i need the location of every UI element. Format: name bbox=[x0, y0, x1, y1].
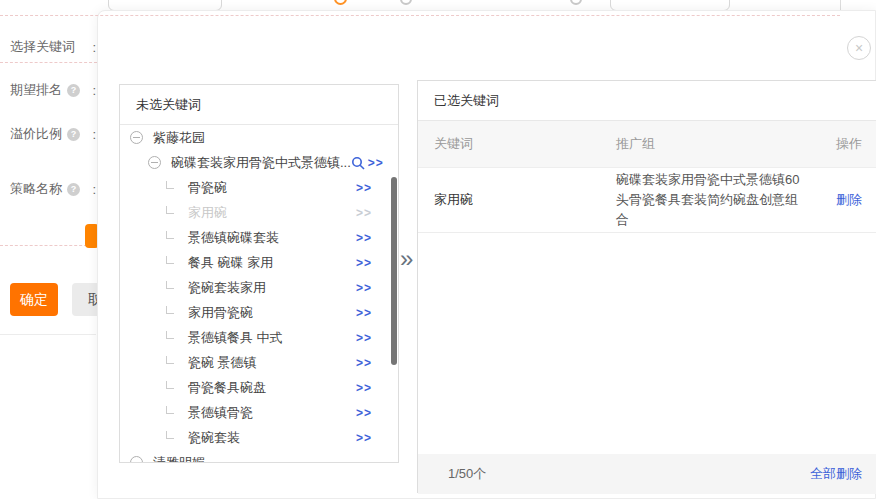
table-header: 关键词 推广组 操作 bbox=[418, 121, 876, 168]
close-icon[interactable]: × bbox=[847, 36, 871, 60]
dashed-separator bbox=[0, 245, 97, 246]
table-row: 家用碗 碗碟套装家用骨瓷中式景德镇60头骨瓷餐具套装简约碗盘创意组合 删除 bbox=[418, 168, 876, 233]
collapse-icon[interactable] bbox=[130, 131, 143, 144]
branch-icon bbox=[166, 206, 174, 214]
label-text: 溢价比例 bbox=[10, 125, 62, 143]
add-keyword-button[interactable]: >> bbox=[356, 231, 372, 245]
branch-icon bbox=[166, 306, 174, 314]
cutoff-orange-icon bbox=[334, 0, 347, 5]
collapse-icon[interactable] bbox=[130, 456, 143, 463]
branch-icon bbox=[166, 256, 174, 264]
cutoff-help-icon bbox=[570, 0, 582, 5]
keyword-count: 1/50个 bbox=[448, 465, 486, 483]
collapse-icon[interactable] bbox=[148, 156, 161, 169]
branch-icon bbox=[166, 406, 174, 414]
keyword-item: 骨瓷餐具碗盘 >> bbox=[120, 375, 398, 400]
keyword-item: 家用骨瓷碗 >> bbox=[120, 300, 398, 325]
add-keyword-button[interactable]: >> bbox=[356, 281, 372, 295]
branch-icon bbox=[166, 331, 174, 339]
delete-all-link[interactable]: 全部删除 bbox=[810, 465, 862, 483]
add-keyword-button[interactable]: >> bbox=[356, 381, 372, 395]
form-label-keywords: 选择关键词 : bbox=[10, 38, 96, 56]
tree-group-product[interactable]: 碗碟套装家用骨瓷中式景德镇... >> bbox=[120, 150, 398, 175]
help-icon[interactable]: ? bbox=[67, 128, 80, 141]
label-colon: : bbox=[92, 83, 96, 98]
column-action: 操作 bbox=[820, 135, 876, 153]
section-divider bbox=[0, 334, 96, 335]
branch-icon bbox=[166, 431, 174, 439]
keyword-item: 餐具 碗碟 家用 >> bbox=[120, 250, 398, 275]
add-keyword-button[interactable]: >> bbox=[356, 406, 372, 420]
search-icon[interactable] bbox=[351, 156, 365, 170]
branch-icon bbox=[166, 231, 174, 239]
form-label-expected-rank: 期望排名 ? : bbox=[10, 81, 96, 99]
delete-link[interactable]: 删除 bbox=[836, 192, 862, 207]
screen: 选择关键词 : 期望排名 ? : 溢价比例 ? : 策略名称 ? : 取 确定 … bbox=[0, 0, 876, 499]
branch-icon bbox=[166, 356, 174, 364]
panel-title: 已选关键词 bbox=[418, 81, 876, 121]
branch-icon bbox=[166, 281, 174, 289]
add-keyword-button[interactable]: >> bbox=[356, 256, 372, 270]
keyword-item: 景德镇骨瓷 >> bbox=[120, 400, 398, 425]
keyword-item: 景德镇碗碟套装 >> bbox=[120, 225, 398, 250]
keyword-item: 景德镇餐具 中式 >> bbox=[120, 325, 398, 350]
selected-footer: 1/50个 全部删除 bbox=[418, 454, 876, 494]
cutoff-help-icon bbox=[400, 0, 412, 5]
label-colon: : bbox=[92, 127, 96, 142]
scrollbar-thumb[interactable] bbox=[391, 177, 397, 365]
tree-group-store[interactable]: 紫藤花园 bbox=[120, 125, 398, 150]
label-text: 策略名称 bbox=[10, 180, 62, 198]
dashed-separator-top bbox=[0, 15, 840, 16]
label-colon: : bbox=[92, 40, 96, 55]
label-text: 期望排名 bbox=[10, 81, 62, 99]
keyword-item: 瓷碗套装 >> bbox=[120, 425, 398, 450]
unselected-keywords-panel: 未选关键词 紫藤花园 碗碟套装家用骨瓷中式景德镇... >> 骨瓷碗 bbox=[119, 84, 399, 463]
branch-icon bbox=[166, 181, 174, 189]
keyword-item-disabled: 家用碗 >> bbox=[120, 200, 398, 225]
column-keyword: 关键词 bbox=[418, 135, 600, 153]
label-colon: : bbox=[92, 182, 96, 197]
form-label-premium-ratio: 溢价比例 ? : bbox=[10, 125, 96, 143]
help-icon[interactable]: ? bbox=[67, 183, 80, 196]
add-keyword-button: >> bbox=[356, 206, 372, 220]
keyword-item: 瓷碗套装家用 >> bbox=[120, 275, 398, 300]
keyword-item: 骨瓷碗 >> bbox=[120, 175, 398, 200]
add-keyword-button[interactable]: >> bbox=[356, 356, 372, 370]
form-label-strategy-name: 策略名称 ? : bbox=[10, 180, 96, 198]
branch-icon bbox=[166, 381, 174, 389]
keyword-select-modal: × 未选关键词 紫藤花园 碗碟套装家用骨瓷中式景德镇... >> bbox=[97, 10, 876, 499]
transfer-right-icon[interactable]: » bbox=[400, 247, 413, 271]
add-keyword-button[interactable]: >> bbox=[356, 431, 372, 445]
help-icon[interactable]: ? bbox=[67, 84, 80, 97]
add-all-button[interactable]: >> bbox=[368, 156, 384, 170]
column-group: 推广组 bbox=[600, 135, 820, 153]
dashed-separator bbox=[0, 62, 97, 63]
add-keyword-button[interactable]: >> bbox=[356, 331, 372, 345]
cell-group: 碗碟套装家用骨瓷中式景德镇60头骨瓷餐具套装简约碗盘创意组合 bbox=[600, 170, 820, 230]
keyword-tree: 紫藤花园 碗碟套装家用骨瓷中式景德镇... >> 骨瓷碗 >> bbox=[120, 125, 398, 463]
panel-title: 未选关键词 bbox=[120, 85, 398, 125]
cell-keyword: 家用碗 bbox=[418, 191, 600, 209]
selected-keywords-panel: 已选关键词 关键词 推广组 操作 家用碗 碗碟套装家用骨瓷中式景德镇60头骨瓷餐… bbox=[417, 80, 876, 493]
keyword-item: 瓷碗 景德镇 >> bbox=[120, 350, 398, 375]
add-keyword-button[interactable]: >> bbox=[356, 306, 372, 320]
add-keyword-button[interactable]: >> bbox=[356, 181, 372, 195]
label-text: 选择关键词 bbox=[10, 38, 75, 56]
confirm-button[interactable]: 确定 bbox=[10, 283, 58, 316]
tree-group-store-2[interactable]: 清雅明媚 bbox=[120, 450, 398, 463]
